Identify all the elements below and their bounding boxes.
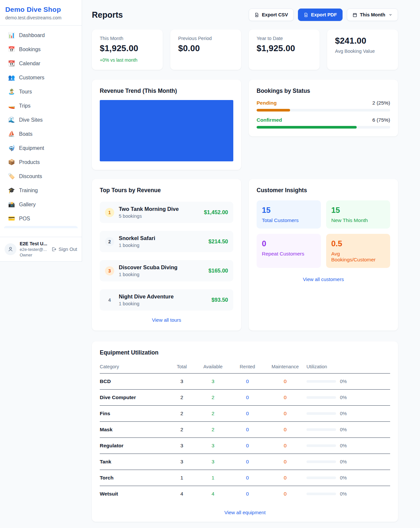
- sidebar-item-label: Trips: [19, 102, 31, 110]
- sidebar-item-trips[interactable]: 🚤 Trips: [4, 99, 78, 113]
- utilization-text: 0%: [340, 475, 347, 480]
- sidebar-item-products[interactable]: 📦 Products: [4, 155, 78, 169]
- sidebar-item-customers[interactable]: 👥 Customers: [4, 71, 78, 85]
- revenue-trend-card: Revenue Trend (This Month): [92, 80, 241, 170]
- period-dropdown[interactable]: This Month: [347, 9, 398, 21]
- sidebar-item-calendar[interactable]: 📆 Calendar: [4, 56, 78, 71]
- insight-label: Avg Bookings/Customer: [331, 251, 385, 263]
- sidebar-item-pos[interactable]: 💳 POS: [4, 212, 78, 226]
- stat-value: $0.00: [178, 43, 233, 53]
- sidebar-item-bookings[interactable]: 📅 Bookings: [4, 42, 78, 56]
- utilization-track: [306, 380, 336, 383]
- sidebar-item-label: Calendar: [19, 60, 40, 67]
- cell-utilization: 0%: [306, 438, 390, 454]
- sidebar-item-label: Dashboard: [19, 31, 45, 39]
- stat-delta: +0% vs last month: [100, 57, 155, 63]
- calendar-icon: 📆: [8, 60, 15, 67]
- cell-available: 3: [195, 454, 231, 470]
- tour-name: Discover Scuba Diving: [119, 264, 204, 271]
- utilization-text: 0%: [340, 411, 347, 416]
- view-all-customers-link[interactable]: View all customers: [257, 268, 390, 282]
- rank-badge: 2: [105, 237, 114, 246]
- cell-category: Regulator: [100, 438, 169, 454]
- progress-track: [257, 126, 390, 129]
- sidebar-item-label: Boats: [19, 130, 32, 138]
- table-row: Dive Computer 2 2 0 0 0%: [100, 390, 390, 406]
- utilization-text: 0%: [340, 379, 347, 384]
- sidebar-item-label: Training: [19, 187, 38, 194]
- table-row: Mask 2 2 0 0 0%: [100, 422, 390, 438]
- utilization-track: [306, 493, 336, 495]
- sidebar-item-gallery[interactable]: 📸 Gallery: [4, 197, 78, 212]
- sidebar-item-boats[interactable]: ⛵ Boats: [4, 127, 78, 141]
- cell-category: Dive Computer: [100, 390, 169, 406]
- sidebar-item-dive-sites[interactable]: 🌊 Dive Sites: [4, 113, 78, 127]
- cell-total: 3: [169, 438, 195, 454]
- cell-total: 2: [169, 406, 195, 422]
- cell-category: Torch: [100, 470, 169, 486]
- camera-icon: 📸: [8, 201, 15, 208]
- table-row: Wetsuit 4 4 0 0 0%: [100, 486, 390, 502]
- cell-rented: 0: [231, 374, 264, 390]
- insight-tile-total-customers: 15 Total Customers: [257, 200, 321, 229]
- cell-rented: 0: [231, 454, 264, 470]
- equipment-utilization-title: Equipment Utilization: [100, 349, 390, 356]
- tour-bookings: 1 booking: [119, 301, 207, 306]
- view-all-equipment-link[interactable]: View all equipment: [100, 502, 390, 515]
- view-all-tours-link[interactable]: View all tours: [100, 311, 233, 323]
- sidebar-item-reports-clipped[interactable]: [4, 226, 78, 228]
- cell-available: 3: [195, 438, 231, 454]
- insight-value: 15: [262, 206, 316, 215]
- cell-total: 3: [169, 374, 195, 390]
- tour-bookings: 5 bookings: [119, 213, 200, 219]
- insight-tile-repeat-customers: 0 Repeat Customers: [257, 234, 321, 268]
- sailboat-icon: ⛵: [8, 130, 15, 138]
- sidebar-item-training[interactable]: 🎓 Training: [4, 183, 78, 197]
- progress-fill-confirmed: [257, 126, 357, 129]
- speedboat-icon: 🚤: [8, 102, 15, 110]
- sidebar-item-tours[interactable]: 🏝️ Tours: [4, 85, 78, 99]
- insight-value: 0: [262, 239, 316, 248]
- cell-maintenance: 0: [264, 470, 306, 486]
- col-utilization: Utilization: [306, 361, 390, 374]
- stat-value: $1,925.00: [257, 43, 312, 53]
- status-label-confirmed: Confirmed: [257, 117, 282, 123]
- cell-total: 1: [169, 470, 195, 486]
- cell-utilization: 0%: [306, 486, 390, 502]
- tour-bookings: 1 booking: [119, 243, 204, 248]
- sidebar-item-discounts[interactable]: 🏷️ Discounts: [4, 169, 78, 183]
- sidebar-item-equipment[interactable]: 🤿 Equipment: [4, 141, 78, 155]
- status-row-confirmed: Confirmed 6 (75%): [257, 117, 390, 129]
- avatar: [5, 243, 16, 255]
- insight-tiles: 15 Total Customers 15 New This Month 0 R…: [257, 200, 390, 268]
- col-available: Available: [195, 361, 231, 374]
- utilization-track: [306, 412, 336, 415]
- insight-tile-avg-bookings: 0.5 Avg Bookings/Customer: [326, 234, 390, 268]
- cell-available: 1: [195, 470, 231, 486]
- table-row: BCD 3 3 0 0 0%: [100, 374, 390, 390]
- user-info: E2E Test U... e2e-tester@... Owner: [20, 241, 48, 257]
- revenue-trend-chart: [100, 100, 233, 161]
- export-pdf-button[interactable]: Export PDF: [298, 9, 343, 21]
- stat-label: Avg Booking Value: [335, 49, 390, 54]
- diving-mask-icon: 🤿: [8, 144, 15, 152]
- customer-insights-title: Customer Insights: [257, 187, 390, 194]
- cell-utilization: 0%: [306, 390, 390, 406]
- status-label-pending: Pending: [257, 100, 277, 106]
- sign-out-button[interactable]: Sign Out: [52, 247, 77, 252]
- stat-label: This Month: [100, 36, 155, 41]
- progress-track: [257, 109, 390, 112]
- sidebar-item-dashboard[interactable]: 📊 Dashboard: [4, 28, 78, 42]
- sidebar-header: Demo Dive Shop demo.test.divestreams.com: [0, 0, 82, 26]
- stat-value: $1,925.00: [100, 43, 155, 53]
- cell-category: Wetsuit: [100, 486, 169, 502]
- cell-rented: 0: [231, 470, 264, 486]
- bookings-by-status-card: Bookings by Status Pending 2 (25%) Confi…: [249, 80, 398, 136]
- utilization-track: [306, 444, 336, 447]
- dashboard-icon: 📊: [8, 31, 15, 39]
- stat-card-this-month: This Month $1,925.00 +0% vs last month: [92, 30, 163, 70]
- export-csv-button[interactable]: Export CSV: [249, 9, 294, 21]
- top-tours-title: Top Tours by Revenue: [100, 187, 233, 194]
- stat-cards-row: This Month $1,925.00 +0% vs last month P…: [92, 30, 398, 70]
- status-count-confirmed: 6 (75%): [372, 117, 390, 123]
